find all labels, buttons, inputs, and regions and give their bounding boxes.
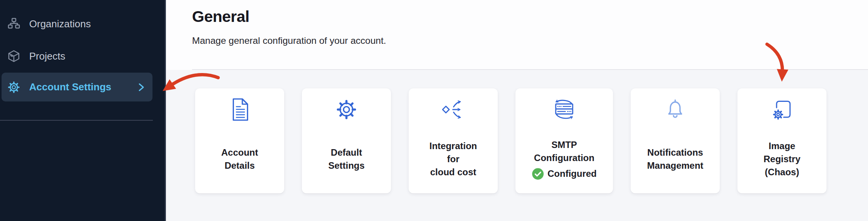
status-label: Configured [548,168,597,179]
bell-icon [665,97,686,122]
sidebar-item-organizations[interactable]: Organizations [0,8,165,40]
sidebar-item-account-settings[interactable]: Account Settings [2,73,152,101]
sidebar: Organizations Projects [0,0,166,221]
settings-card-area: Account Details [166,70,868,221]
card-label: SMTP Configuration [534,138,594,165]
card-integration-cloud-cost[interactable]: Integration for cloud cost [409,88,498,193]
app-root: Organizations Projects [0,0,868,221]
card-image-registry-chaos[interactable]: Image Registry (Chaos) [737,88,827,193]
gear-icon [7,80,21,94]
sidebar-item-projects[interactable]: Projects [0,40,165,72]
card-account-details[interactable]: Account Details [195,88,284,193]
sidebar-item-label: Organizations [29,18,91,30]
sidebar-item-label: Projects [29,50,65,62]
server-sync-icon [549,97,579,122]
gear-icon [335,97,358,122]
card-label: Integration for cloud cost [429,140,477,179]
sidebar-item-label: Account Settings [29,81,111,93]
page-header: General Manage general configuration of … [166,0,868,70]
cube-icon [7,49,21,63]
card-label: Image Registry (Chaos) [764,140,800,179]
card-notifications-management[interactable]: Notifications Management [631,88,720,193]
registry-gear-icon [770,97,794,122]
page-subtitle: Manage general configuration of your acc… [192,35,386,46]
sidebar-divider [0,120,153,121]
smtp-status-badge: Configured [532,168,597,180]
branch-arrows-icon [441,97,465,122]
main-content: General Manage general configuration of … [166,0,868,221]
check-circle-icon [532,168,544,180]
card-row: Account Details [195,88,827,193]
org-chart-icon [7,17,21,31]
card-label: Notifications Management [647,146,704,172]
card-default-settings[interactable]: Default Settings [302,88,391,193]
card-label: Account Details [221,146,258,172]
card-smtp-configuration[interactable]: SMTP Configuration Configured [515,88,613,193]
chevron-right-icon [137,82,146,92]
document-icon [229,97,251,122]
page-title: General [192,8,249,26]
card-label: Default Settings [328,146,365,172]
